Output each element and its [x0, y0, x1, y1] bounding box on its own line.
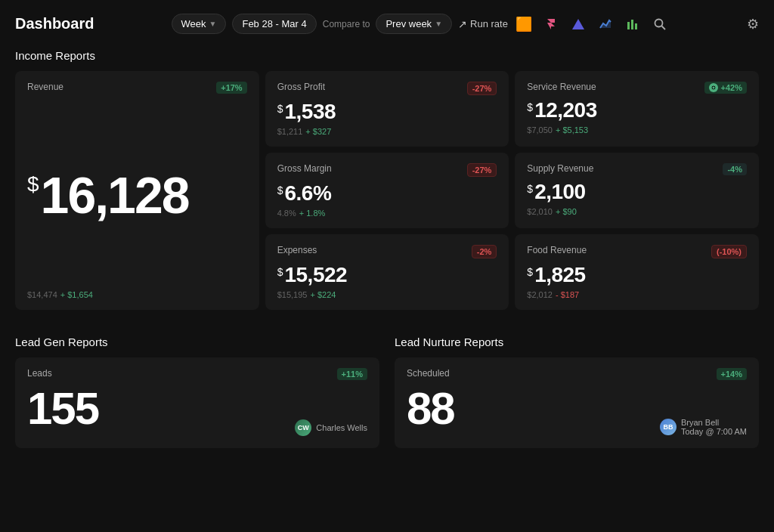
income-reports-title: Income Reports — [15, 49, 759, 62]
settings-icon[interactable]: ⚙ — [747, 16, 759, 32]
expenses-card: Expenses -2% $ 15,522 $15,195 + $224 — [265, 234, 509, 310]
gross-profit-badge: -27% — [467, 82, 497, 95]
trend-icon: ↗ — [458, 18, 467, 30]
scheduled-card: Scheduled +14% 88 BB Bryan Bell Today @ … — [395, 357, 759, 448]
lead-gen-title: Lead Gen Reports — [15, 336, 379, 348]
compare-label: Compare to — [323, 19, 370, 29]
date-range-selector[interactable]: Feb 28 - Mar 4 — [232, 14, 316, 34]
service-revenue-label: Service Revenue — [527, 82, 596, 92]
revenue-card-header: Revenue +17% — [27, 82, 247, 94]
revenue-value-container: $ 16,128 — [27, 169, 247, 221]
chevron-down-icon: ▼ — [209, 20, 217, 28]
svg-line-5 — [661, 26, 665, 29]
header-controls: Week ▼ Feb 28 - Mar 4 Compare to Prev we… — [172, 14, 670, 34]
svg-rect-2 — [631, 20, 633, 29]
header: Dashboard Week ▼ Feb 28 - Mar 4 Compare … — [0, 0, 774, 42]
supply-revenue-number: 2,100 — [534, 181, 586, 203]
avatar: CW — [295, 419, 311, 436]
supply-revenue-card: Supply Revenue -4% $ 2,100 $2,010 + $90 — [515, 153, 759, 228]
svg-point-7 — [712, 87, 714, 89]
scheduled-label: Scheduled — [407, 368, 450, 379]
food-revenue-label: Food Revenue — [527, 245, 587, 255]
gross-margin-number: 6.6% — [284, 183, 331, 204]
service-revenue-number: 12,203 — [534, 100, 597, 121]
gross-margin-badge: -27% — [467, 163, 497, 177]
revenue-number: 16,128 — [41, 169, 189, 221]
run-rate-button[interactable]: ↗ Run rate — [458, 18, 508, 30]
food-revenue-card: Food Revenue (-10%) $ 1,825 $2,012 - $18… — [515, 234, 759, 310]
icon-chart[interactable] — [596, 14, 615, 34]
gross-profit-card: Gross Profit -27% $ 1,538 $1,211 + $327 — [265, 71, 509, 147]
header-right: ⚙ — [747, 16, 759, 32]
service-revenue-card: Service Revenue +42% $ 12,203 $7,050 — [515, 71, 759, 147]
income-reports-grid: Revenue +17% $ 16,128 $14,474 + $1,654 G… — [15, 71, 759, 310]
leads-card: Leads +11% 155 CW Charles Wells — [15, 357, 379, 448]
svg-rect-3 — [635, 23, 637, 29]
toolbar-icons: 🟧 — [514, 14, 670, 34]
icon-bar[interactable] — [623, 14, 642, 34]
revenue-currency: $ — [27, 174, 39, 195]
svg-marker-0 — [572, 19, 584, 29]
service-revenue-badge: +42% — [704, 82, 747, 94]
scheduled-time: Today @ 7:00 AM — [681, 427, 747, 436]
leads-person-name: Charles Wells — [316, 423, 367, 432]
search-button[interactable] — [650, 14, 670, 34]
leads-avatar-row: CW Charles Wells — [295, 419, 367, 436]
expenses-number: 15,522 — [284, 264, 347, 286]
icon-squarespace[interactable]: 🟧 — [514, 14, 534, 34]
week-selector[interactable]: Week ▼ — [172, 14, 227, 34]
revenue-badge: +17% — [216, 82, 246, 94]
expenses-badge: -2% — [472, 245, 497, 258]
revenue-card: Revenue +17% $ 16,128 $14,474 + $1,654 — [15, 71, 259, 310]
chevron-down-icon-2: ▼ — [435, 20, 442, 28]
supply-revenue-label: Supply Revenue — [527, 163, 593, 174]
expenses-label: Expenses — [277, 245, 317, 255]
gross-profit-number: 1,538 — [284, 101, 336, 122]
revenue-label: Revenue — [27, 82, 63, 92]
gross-margin-label: Gross Margin — [277, 163, 332, 174]
gross-margin-card: Gross Margin -27% $ 6.6% 4.8% + 1.8% — [265, 153, 509, 228]
avatar: BB — [660, 419, 676, 435]
icon-framer[interactable] — [541, 14, 561, 34]
circle-icon — [709, 83, 718, 92]
scheduled-badge: +14% — [717, 368, 747, 380]
food-revenue-number: 1,825 — [534, 264, 586, 286]
svg-rect-1 — [627, 22, 630, 29]
lead-gen-section: Lead Gen Reports Leads +11% 155 CW Charl… — [15, 328, 379, 448]
page-title: Dashboard — [15, 15, 94, 32]
leads-badge: +11% — [337, 368, 367, 380]
scheduled-person-name: Bryan Bell — [681, 418, 747, 427]
main-content: Income Reports Revenue +17% $ 16,128 $14… — [0, 42, 774, 513]
leads-label: Leads — [27, 368, 52, 379]
gross-profit-label: Gross Profit — [277, 82, 325, 92]
supply-revenue-badge: -4% — [723, 163, 747, 175]
scheduled-avatar-row: BB Bryan Bell Today @ 7:00 AM — [660, 418, 747, 436]
revenue-delta: + $1,654 — [60, 290, 93, 299]
food-revenue-badge: (-10%) — [711, 245, 747, 258]
prev-week-selector[interactable]: Prev week ▼ — [376, 14, 452, 34]
icon-triangle[interactable] — [568, 14, 588, 34]
svg-point-4 — [655, 19, 662, 26]
lead-nurture-section: Lead Nurture Reports Scheduled +14% 88 B… — [395, 328, 759, 448]
revenue-subline: $14,474 + $1,654 — [27, 290, 247, 299]
lead-nurture-title: Lead Nurture Reports — [395, 336, 759, 348]
